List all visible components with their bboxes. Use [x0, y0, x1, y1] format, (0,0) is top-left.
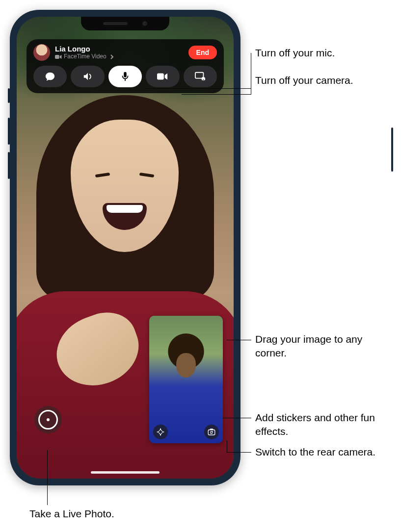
live-photo-icon — [38, 410, 58, 430]
callout-line-camera-v — [251, 80, 251, 95]
side-button — [391, 127, 393, 172]
caller-name: Lia Longo — [55, 45, 184, 53]
mute-mic-button[interactable] — [108, 66, 142, 87]
home-indicator[interactable] — [91, 471, 160, 474]
speaker-button[interactable] — [71, 66, 104, 87]
callout-line-pip — [227, 340, 251, 340]
screen-share-button[interactable] — [184, 66, 217, 87]
svg-rect-7 — [208, 430, 215, 435]
microphone-icon — [120, 71, 131, 82]
screen-share-icon — [195, 71, 206, 82]
effects-star-icon — [156, 428, 165, 436]
call-banner: Lia Longo FaceTime Video End — [27, 39, 224, 93]
flip-camera-button[interactable] — [204, 425, 219, 439]
svg-rect-3 — [157, 74, 164, 80]
phone-frame: Lia Longo FaceTime Video End — [10, 10, 241, 485]
call-type-row: FaceTime Video — [55, 53, 184, 60]
chevron-right-icon — [108, 54, 115, 59]
callout-line-camera — [182, 94, 251, 95]
caller-avatar[interactable] — [33, 44, 50, 61]
callout-line-flip-v — [227, 440, 227, 453]
callout-line-flip — [227, 452, 251, 453]
callout-line-shutter — [47, 450, 48, 505]
notch — [81, 17, 169, 30]
video-icon — [55, 54, 62, 59]
self-view-pip[interactable] — [149, 316, 223, 443]
phone-screen: Lia Longo FaceTime Video End — [17, 17, 234, 479]
callout-flip: Switch to the rear camera. — [255, 445, 383, 459]
speaker-icon — [82, 71, 93, 82]
callout-pip-drag: Drag your image to any corner. — [255, 332, 383, 360]
message-icon — [45, 71, 55, 82]
callout-camera: Turn off your camera. — [255, 74, 353, 87]
messages-button[interactable] — [33, 66, 67, 87]
live-photo-shutter[interactable] — [34, 406, 62, 433]
svg-rect-0 — [55, 55, 59, 59]
callout-mic: Turn off your mic. — [255, 46, 335, 60]
call-type-label: FaceTime Video — [64, 53, 107, 60]
caller-info[interactable]: Lia Longo FaceTime Video — [55, 45, 184, 60]
effects-button[interactable] — [153, 425, 168, 439]
camera-toggle-button[interactable] — [146, 66, 179, 87]
video-icon — [157, 71, 168, 82]
callout-effects: Add stickers and other fun effects. — [255, 411, 383, 439]
callout-shutter: Take a Live Photo. — [29, 507, 114, 521]
end-call-button[interactable]: End — [188, 46, 217, 59]
flip-camera-icon — [207, 428, 216, 436]
svg-point-6 — [202, 77, 203, 78]
svg-rect-1 — [124, 72, 127, 77]
